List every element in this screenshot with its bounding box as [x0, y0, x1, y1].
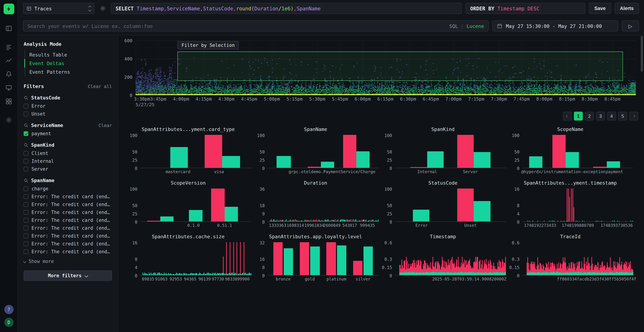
filter-option[interactable]: Error: The credit card (end…	[24, 218, 112, 223]
checkbox[interactable]	[24, 112, 28, 116]
teal-bar	[147, 274, 148, 275]
avatar[interactable]: D	[4, 318, 14, 327]
checkbox[interactable]	[24, 202, 28, 207]
checkbox[interactable]	[24, 159, 28, 164]
filter-option[interactable]: Error: The credit card (end…	[24, 210, 112, 215]
checkbox[interactable]	[24, 186, 28, 191]
mode-sql[interactable]: SQL	[449, 23, 458, 29]
clear-all-link[interactable]: Clear all	[88, 84, 112, 89]
sidebar-item-results-table[interactable]: Results Table	[24, 50, 112, 59]
selection-box[interactable]	[178, 52, 623, 81]
mode-lucene[interactable]: Lucene	[466, 23, 484, 29]
gridline	[158, 40, 159, 95]
chart-plot[interactable]	[395, 189, 506, 222]
checkbox-checked[interactable]	[24, 131, 28, 136]
filter-option[interactable]: payment	[24, 131, 112, 136]
chart-plot[interactable]	[522, 135, 633, 168]
checkbox[interactable]	[24, 210, 28, 215]
source-settings-gear-icon[interactable]	[98, 5, 107, 12]
monitor-icon[interactable]	[3, 82, 15, 93]
help-button[interactable]: ?	[4, 305, 14, 314]
sql-select-input[interactable]: SELECT Timestamp,ServiceName,StatusCode,…	[111, 3, 462, 14]
chart-plot[interactable]	[522, 242, 633, 276]
filter-clear-link[interactable]: Clear	[98, 122, 112, 128]
vertical-scrollbar-thumb[interactable]	[641, 36, 643, 72]
chart-plot[interactable]	[140, 242, 251, 276]
chart-plot[interactable]	[522, 189, 633, 222]
filter-option[interactable]: Error: The credit card (end…	[24, 241, 112, 246]
teal-bar	[344, 220, 344, 222]
source-select[interactable]: Traces	[23, 3, 94, 14]
pagination-page-2[interactable]: 2	[585, 112, 594, 120]
line-chart-icon[interactable]	[3, 55, 15, 66]
gear-icon[interactable]	[3, 114, 15, 125]
date-range-picker[interactable]: May 27 15:30:00 - May 27 21:00:00	[492, 20, 618, 32]
filter-option[interactable]: Error: The credit card (end…	[24, 194, 112, 199]
filter-option[interactable]: Unset	[24, 111, 112, 117]
pink-bar	[332, 220, 332, 222]
checkbox[interactable]	[24, 226, 28, 230]
filter-option[interactable]: charge	[24, 186, 112, 192]
y-tick-label: 200	[124, 74, 132, 80]
search-box[interactable]: SQL | Lucene	[23, 20, 489, 32]
filter-option[interactable]: Client	[24, 150, 112, 156]
chart-plot[interactable]	[140, 135, 251, 168]
search-input[interactable]	[28, 23, 446, 29]
filter-option[interactable]: Error: The credit card (end…	[24, 226, 112, 231]
y-tick-label: 16	[260, 257, 265, 262]
filter-option[interactable]: Internal	[24, 158, 112, 164]
pagination-page-4[interactable]: 4	[607, 112, 616, 120]
alerts-button[interactable]: Alerts	[614, 3, 639, 14]
chart-plot[interactable]	[268, 135, 378, 168]
sidebar-item-event-deltas[interactable]: Event Deltas	[24, 59, 112, 68]
more-filters-button[interactable]: More filters	[24, 270, 112, 281]
pink-bar	[280, 220, 280, 222]
chart-plot[interactable]	[268, 242, 378, 276]
filter-option[interactable]: Server	[24, 166, 112, 172]
pink-bar	[361, 221, 361, 222]
y-tick-label: 100	[257, 133, 265, 138]
chart-plot[interactable]	[140, 189, 251, 222]
filter-option[interactable]: Error: The credit card (end…	[24, 233, 112, 238]
bell-icon[interactable]	[3, 69, 15, 80]
checkbox[interactable]	[24, 234, 28, 238]
pagination-page-5[interactable]: 5	[618, 112, 627, 120]
order-by-input[interactable]: ORDER BY Timestamp DESC	[466, 3, 585, 14]
checkbox[interactable]	[24, 194, 28, 199]
logs-icon[interactable]	[3, 42, 15, 52]
teal-bar	[224, 206, 238, 222]
heatmap-x-axis: 3:30pm3:45pm4:00pm4:15pm4:30pm4:45pm5:00…	[136, 95, 644, 102]
panel-left-icon[interactable]	[3, 23, 15, 34]
checkbox[interactable]	[24, 151, 28, 156]
pagination-page-1[interactable]: 1	[574, 112, 583, 120]
pagination-next-button[interactable]	[629, 112, 638, 120]
chart-plot[interactable]	[395, 135, 506, 168]
pagination-page-3[interactable]: 3	[596, 112, 605, 120]
save-button[interactable]: Save	[589, 3, 611, 14]
chart-plot[interactable]	[268, 189, 378, 222]
teal-bar	[544, 221, 545, 222]
checkbox[interactable]	[24, 242, 28, 246]
chart-plot[interactable]	[395, 242, 506, 276]
dashboard-grid-icon[interactable]	[3, 96, 15, 106]
pink-bar	[291, 220, 292, 222]
heatmap-plot[interactable]: Filter by Selection	[136, 40, 636, 95]
app-logo-icon[interactable]	[4, 4, 14, 14]
teal-bar	[144, 272, 145, 275]
filter-by-selection-tooltip[interactable]: Filter by Selection	[178, 41, 239, 49]
checkbox[interactable]	[24, 167, 28, 171]
filter-option[interactable]: Error	[24, 104, 112, 109]
sidebar-item-event-patterns[interactable]: Event Patterns	[24, 68, 112, 76]
run-query-button[interactable]: ▷	[622, 20, 639, 32]
checkbox[interactable]	[24, 104, 28, 108]
pink-bar	[350, 220, 350, 222]
mini-chart-scope_version: ScopeVersion100502500.1.00.51.1	[125, 180, 251, 227]
checkbox[interactable]	[24, 249, 28, 254]
teal-bar	[358, 220, 358, 222]
filter-option[interactable]: Error: The credit card (end…	[24, 249, 112, 254]
mini-chart-card_type: SpanAttributes...yment.card_type10050250…	[125, 126, 251, 174]
pagination-prev-button[interactable]	[563, 112, 572, 120]
show-more-link[interactable]: Show more	[24, 259, 112, 264]
checkbox[interactable]	[24, 218, 28, 222]
filter-option[interactable]: Error: The credit card (end…	[24, 202, 112, 207]
